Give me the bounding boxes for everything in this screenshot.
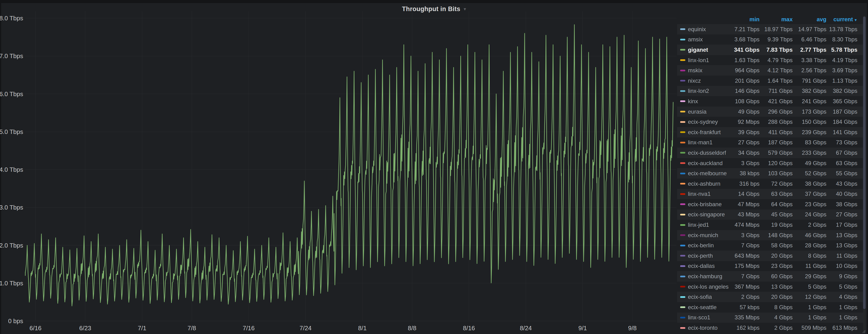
legend-series-toggle[interactable]: ecix-singapore [680, 211, 730, 218]
legend-row[interactable]: ecix-sofia2 Gbps20 Gbps12 Gbps4 Gbps [677, 292, 863, 302]
legend-series-name[interactable]: linx-nva1 [688, 191, 711, 197]
legend-row[interactable]: linx-lon2146 Gbps711 Gbps382 Gbps382 Gbp… [677, 86, 863, 96]
legend-series-toggle[interactable]: equinix [680, 26, 730, 33]
legend-series-toggle[interactable]: ecix-auckland [680, 160, 730, 167]
legend-series-swatch[interactable] [680, 276, 685, 277]
legend-series-name[interactable]: linx-lon2 [688, 88, 709, 94]
legend-row[interactable]: ecix-berlin7 Gbps58 Gbps28 Gbps13 Gbps [677, 240, 863, 250]
legend-series-name[interactable]: ecix-auckland [688, 160, 723, 167]
legend-series-toggle[interactable]: ecix-sydney [680, 119, 730, 125]
legend-row[interactable]: ecix-auckland3 Gbps120 Gbps49 Gbps63 Gbp… [677, 158, 863, 168]
legend-series-name[interactable]: linx-man1 [688, 139, 713, 146]
legend-series-swatch[interactable] [680, 234, 685, 236]
legend-row[interactable]: linx-man127 Gbps187 Gbps83 Gbps73 Gbps [677, 137, 863, 148]
legend-series-name[interactable]: eurasia [688, 108, 707, 115]
legend-series-toggle[interactable]: giganet [680, 46, 730, 53]
legend-row[interactable]: linx-nva114 Gbps63 Gbps37 Gbps40 Gbps [677, 189, 863, 199]
legend-series-swatch[interactable] [680, 245, 685, 246]
legend-row[interactable]: ecix-dusseldorf34 Gbps579 Gbps233 Gbps67… [677, 147, 863, 158]
legend-series-toggle[interactable]: ecix-perth [680, 253, 730, 259]
legend-series-toggle[interactable]: linx-man1 [680, 139, 730, 146]
legend-series-toggle[interactable]: ecix-brisbane [680, 201, 730, 208]
legend-scrollbar-thumb[interactable] [863, 16, 866, 309]
legend-series-name[interactable]: amsix [688, 36, 703, 43]
legend-series-swatch[interactable] [680, 317, 685, 319]
legend-row[interactable]: ecix-seattle57 kbps8 Gbps1 Gbps1 Gbps [677, 302, 863, 312]
legend-row[interactable]: ecix-brisbane47 Mbps64 Gbps23 Gbps38 Gbp… [677, 199, 863, 209]
legend-row[interactable]: ecix-sydney92 Mbps288 Gbps150 Gbps184 Gb… [677, 117, 863, 127]
legend-series-swatch[interactable] [680, 173, 685, 174]
legend-row[interactable]: linx-lon11.63 Tbps4.79 Tbps3.38 Tbps4.19… [677, 55, 863, 65]
legend-series-toggle[interactable]: ecix-dusseldorf [680, 149, 730, 156]
legend-column-current[interactable]: current▼ [827, 16, 857, 23]
legend-series-swatch[interactable] [680, 327, 685, 329]
legend-series-swatch[interactable] [680, 100, 685, 102]
legend-series-name[interactable]: ecix-munich [688, 232, 718, 239]
legend-series-name[interactable]: linx-jed1 [688, 222, 709, 228]
legend-row[interactable]: ecix-perth643 Mbps20 Gbps8 Gbps11 Gbps [677, 250, 863, 261]
legend-row[interactable]: ecix-munich3 Gbps148 Gbps46 Gbps13 Gbps [677, 230, 863, 240]
legend-series-swatch[interactable] [680, 255, 685, 257]
legend-series-toggle[interactable]: mskix [680, 67, 730, 74]
legend-row[interactable]: ecix-toronto162 kbps2 Gbps509 Mbps613 Mb… [677, 323, 863, 333]
legend-series-toggle[interactable]: ecix-frankfurt [680, 129, 730, 136]
legend-series-swatch[interactable] [680, 111, 685, 112]
legend-series-name[interactable]: ecix-los angeles [688, 283, 728, 290]
legend-series-name[interactable]: ecix-sofia [688, 294, 712, 300]
throughput-chart[interactable]: 0 bps1.0 Tbps2.0 Tbps3.0 Tbps4.0 Tbps5.0… [0, 0, 678, 334]
legend-series-name[interactable]: ecix-brisbane [688, 201, 722, 208]
legend-row[interactable]: ecix-dallas175 Mbps23 Gbps11 Gbps10 Gbps [677, 261, 863, 271]
legend-series-swatch[interactable] [680, 80, 685, 81]
legend-column-min[interactable]: min [730, 16, 760, 23]
legend-series-toggle[interactable]: ecix-seattle [680, 304, 730, 311]
legend-series-swatch[interactable] [680, 49, 685, 51]
legend-series-swatch[interactable] [680, 224, 685, 226]
legend-series-name[interactable]: ecix-berlin [688, 242, 714, 249]
legend-series-name[interactable]: ecix-singapore [688, 211, 725, 218]
legend-row[interactable]: equinix7.21 Tbps18.97 Tbps14.97 Tbps13.7… [677, 24, 863, 34]
legend-row[interactable]: ecix-hamburg7 Gbps60 Gbps29 Gbps9 Gbps [677, 271, 863, 281]
legend-series-name[interactable]: ecix-perth [688, 253, 713, 259]
legend-series-name[interactable]: ecix-ashburn [688, 180, 720, 187]
legend-series-swatch[interactable] [680, 183, 685, 185]
legend-row[interactable]: eurasia49 Gbps296 Gbps173 Gbps187 Gbps [677, 106, 863, 117]
legend-series-swatch[interactable] [680, 152, 685, 154]
legend-series-name[interactable]: ecix-frankfurt [688, 129, 721, 136]
legend-series-name[interactable]: mskix [688, 67, 702, 74]
legend-series-swatch[interactable] [680, 70, 685, 71]
legend-series-swatch[interactable] [680, 203, 685, 205]
legend-series-toggle[interactable]: linx-lon2 [680, 88, 730, 94]
legend-series-toggle[interactable]: ecix-hamburg [680, 273, 730, 280]
legend-series-swatch[interactable] [680, 296, 685, 298]
legend-series-name[interactable]: ecix-hamburg [688, 273, 722, 280]
legend-series-name[interactable]: ecix-dusseldorf [688, 149, 726, 156]
legend-row[interactable]: kinx108 Gbps421 Gbps241 Gbps365 Gbps [677, 96, 863, 106]
legend-series-name[interactable]: giganet [688, 46, 708, 53]
legend-series-toggle[interactable]: linx-nva1 [680, 191, 730, 197]
legend-series-swatch[interactable] [680, 90, 685, 92]
legend-series-swatch[interactable] [680, 142, 685, 143]
legend-row[interactable]: nixcz201 Gbps1.64 Tbps791 Gbps1.13 Tbps [677, 75, 863, 86]
legend-row[interactable]: linx-sco1335 Mbps4 Gbps1 Gbps1 Gbps [677, 312, 863, 323]
legend-series-toggle[interactable]: ecix-berlin [680, 242, 730, 249]
legend-row[interactable]: ecix-frankfurt39 Gbps411 Gbps239 Gbps141… [677, 127, 863, 137]
legend-series-name[interactable]: ecix-toronto [688, 325, 717, 331]
legend-column-avg[interactable]: avg [793, 16, 827, 23]
legend-series-name[interactable]: kinx [688, 98, 698, 105]
legend-series-name[interactable]: ecix-sydney [688, 119, 718, 125]
legend-series-name[interactable]: equinix [688, 26, 706, 33]
legend-series-toggle[interactable]: linx-sco1 [680, 314, 730, 321]
legend-series-name[interactable]: ecix-dallas [688, 263, 715, 269]
legend-row[interactable]: giganet341 Gbps7.83 Tbps2.77 Tbps5.78 Tb… [677, 45, 863, 55]
legend-series-name[interactable]: ecix-seattle [688, 304, 716, 311]
legend-scrollbar[interactable] [863, 15, 866, 332]
legend-series-toggle[interactable]: linx-jed1 [680, 222, 730, 228]
legend-row[interactable]: linx-jed1474 Mbps19 Gbps2 Gbps17 Gbps [677, 220, 863, 230]
legend-series-toggle[interactable]: ecix-munich [680, 232, 730, 239]
legend-series-swatch[interactable] [680, 265, 685, 267]
legend-series-toggle[interactable]: ecix-toronto [680, 325, 730, 331]
legend-series-toggle[interactable]: ecix-los angeles [680, 283, 730, 290]
legend-series-swatch[interactable] [680, 59, 685, 61]
legend-series-toggle[interactable]: amsix [680, 36, 730, 43]
legend-series-toggle[interactable]: nixcz [680, 77, 730, 84]
